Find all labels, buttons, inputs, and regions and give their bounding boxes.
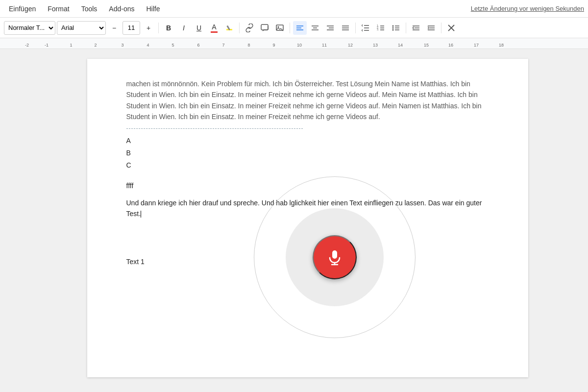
ruler-mark: 13 [373,43,378,48]
divider-2 [239,23,240,33]
ruler-mark: 14 [398,43,403,48]
label-ffff: ffff [126,180,489,191]
link-button[interactable] [243,21,256,35]
list-item-c: C [126,159,489,172]
highlight-color-button[interactable] [222,21,236,35]
bullet-list-button[interactable] [389,21,403,35]
align-left-button[interactable] [293,21,307,35]
line-spacing-button[interactable] [359,21,372,35]
ruler-mark: 16 [448,43,453,48]
main-area: machen ist mönnönnön. Kein Problem für m… [0,49,588,392]
document-page[interactable]: machen ist mönnönnön. Kein Problem für m… [87,59,528,377]
align-left-icon [295,24,304,32]
ruler-mark: 17 [474,43,479,48]
cursor-hint [401,319,411,332]
bullet-list-icon [392,24,400,32]
spacer-2 [126,227,489,256]
list-item-a: A [126,135,489,147]
list-item-b: B [126,147,489,159]
decrease-font-button[interactable]: − [107,21,121,35]
text-color-icon: A [211,23,218,33]
menu-item-hilfe[interactable]: Hilfe [141,3,165,15]
svg-point-26 [392,25,394,26]
align-right-icon [326,24,335,32]
text-color-button[interactable]: A [207,21,221,35]
paragraph-top: machen ist mönnönnön. Kein Problem für m… [126,78,489,122]
font-select[interactable]: Arial [57,21,106,35]
svg-point-27 [392,27,394,28]
svg-point-28 [392,29,394,30]
svg-rect-2 [261,24,268,30]
link-icon [245,24,254,32]
bold-button[interactable]: B [162,21,175,35]
decrease-indent-icon [412,24,420,32]
increase-indent-icon [427,24,436,32]
increase-font-button[interactable]: + [142,21,155,35]
justify-button[interactable] [339,21,352,35]
ruler-mark: 6 [197,43,199,48]
align-center-button[interactable] [308,21,322,35]
clear-formatting-button[interactable] [444,21,458,35]
mic-button[interactable] [313,235,357,279]
paragraph2-start: Und dann kriege ich hier drauf und sprec… [126,199,288,207]
mic-icon [326,248,343,266]
ruler-mark: 10 [297,43,302,48]
toolbar: Normaler T... Arial − + B I U A [0,18,588,38]
ruler: -2-1123456789101112131415161718 [0,38,588,49]
ruler-mark: 7 [222,43,224,48]
menu-item-tools[interactable]: Tools [76,3,102,15]
numbered-list-button[interactable]: 1. 2. 3. [374,21,388,35]
divider-6 [441,23,441,33]
page-wrapper: machen ist mönnönnön. Kein Problem für m… [27,49,588,392]
spacer-1 [126,172,489,180]
align-right-button[interactable] [323,21,337,35]
comment-icon [260,24,269,32]
style-select[interactable]: Normaler T... [4,21,55,35]
italic-button[interactable]: I [177,21,191,35]
divider-5 [406,23,406,33]
highlight-icon [225,24,233,32]
comment-button[interactable] [258,21,271,35]
ruler-mark: 12 [348,43,353,48]
text-cursor [141,211,141,218]
ruler-mark: 18 [499,43,504,48]
ruler-mark: 2 [94,43,97,48]
ruler-mark: -1 [45,43,49,48]
ruler-inner: -2-1123456789101112131415161718 [27,38,588,49]
ruler-mark: 11 [322,43,327,48]
ruler-mark: 3 [121,43,123,48]
text-color-bar [211,31,218,33]
sidebar-left [0,49,27,392]
numbered-list-icon: 1. 2. 3. [376,24,385,32]
dotted-separator [126,128,303,129]
line-spacing-icon [361,24,370,32]
ruler-mark: 15 [424,43,429,48]
main-paragraph[interactable]: Und dann kriege ich hier drauf und sprec… [126,197,489,220]
divider-1 [158,23,159,33]
increase-indent-button[interactable] [424,21,438,35]
underline-button[interactable]: U [192,21,206,35]
ruler-mark: 8 [247,43,250,48]
align-center-icon [311,24,319,32]
last-change-label[interactable]: Letzte Änderung vor wenigen Sekunden [471,5,584,12]
divider-3 [290,23,290,33]
image-icon [275,24,284,32]
justify-icon [341,24,350,32]
divider-4 [355,23,356,33]
text1-label: Text 1 [126,256,489,267]
ruler-mark: 5 [172,43,174,48]
ruler-mark: 1 [70,43,72,48]
ruler-mark: 9 [272,43,275,48]
decrease-indent-button[interactable] [409,21,423,35]
menu-item-einfuegen[interactable]: Einfügen [4,3,41,15]
clear-formatting-icon [447,24,456,32]
ruler-mark: 4 [147,43,149,48]
image-button[interactable] [273,21,287,35]
menu-bar: Einfügen Format Tools Add-ons Hilfe Letz… [0,0,588,18]
svg-text:3.: 3. [377,28,379,31]
ruler-mark: -2 [25,43,29,48]
font-size-input[interactable] [122,21,140,35]
svg-point-4 [278,26,279,27]
menu-item-addons[interactable]: Add-ons [104,3,139,15]
menu-item-format[interactable]: Format [43,3,74,15]
